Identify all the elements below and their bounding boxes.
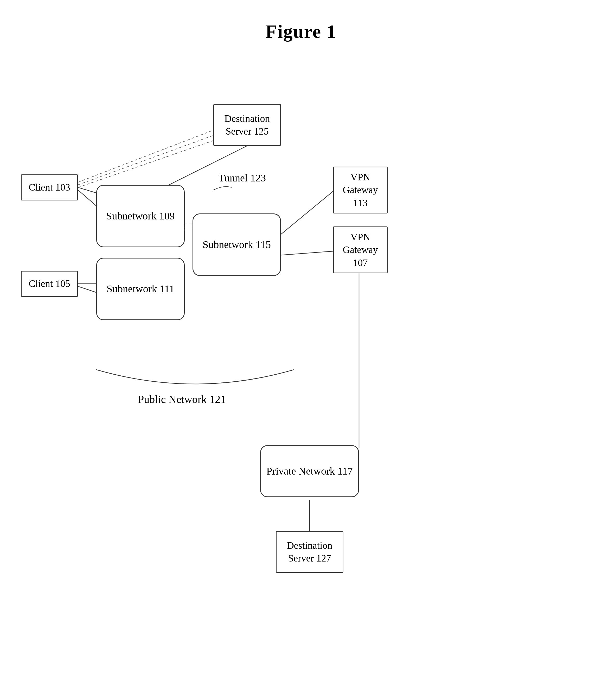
tunnel-label: Tunnel 123 <box>218 172 266 184</box>
vpn-gateway-107: VPN Gateway 107 <box>333 226 388 273</box>
public-network-label: Public Network 121 <box>138 393 226 406</box>
svg-line-3 <box>78 130 213 182</box>
subnetwork-109: Subnetwork 109 <box>96 185 185 247</box>
private-network-117: Private Network 117 <box>260 445 359 497</box>
svg-line-8 <box>281 191 333 234</box>
subnetwork-111: Subnetwork 111 <box>96 258 185 320</box>
svg-line-5 <box>78 141 213 188</box>
page-title: Figure 1 <box>0 0 602 43</box>
svg-line-4 <box>78 135 213 185</box>
client-105: Client 105 <box>21 271 78 297</box>
client-103: Client 103 <box>21 174 78 200</box>
svg-line-9 <box>281 251 333 255</box>
vpn-gateway-113: VPN Gateway 113 <box>333 167 388 214</box>
destination-server-125: Destination Server 125 <box>213 104 281 146</box>
destination-server-127: Destination Server 127 <box>276 531 343 573</box>
subnetwork-115: Subnetwork 115 <box>192 214 281 276</box>
